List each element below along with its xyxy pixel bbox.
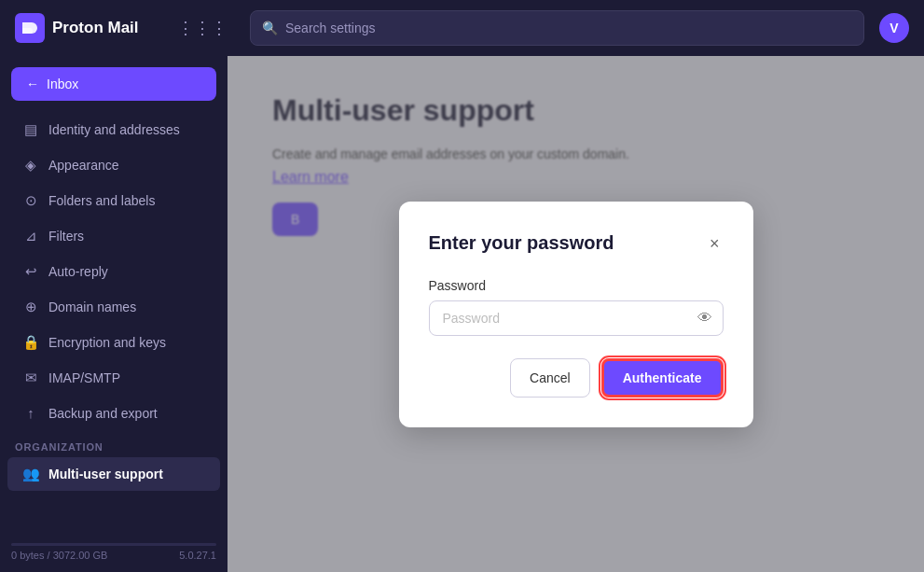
search-icon: 🔍 <box>262 21 278 35</box>
search-input[interactable] <box>285 21 852 35</box>
filters-icon: ⊿ <box>22 228 39 244</box>
backup-icon: ↑ <box>22 405 39 421</box>
search-bar: 🔍 <box>250 10 864 46</box>
imap-icon: ✉ <box>22 370 39 386</box>
org-section-label: ORGANIZATION <box>0 430 228 456</box>
sidebar-item-identity-addresses[interactable]: ▤ Identity and addresses <box>7 113 220 146</box>
storage-usage-text: 0 bytes / 3072.00 GB <box>11 550 107 561</box>
storage-bar-wrapper <box>11 543 216 546</box>
folders-icon: ⊙ <box>22 192 39 209</box>
sidebar-item-folders-labels[interactable]: ⊙ Folders and labels <box>7 184 220 217</box>
appearance-icon: ◈ <box>22 157 39 174</box>
sidebar-item-appearance[interactable]: ◈ Appearance <box>7 148 220 182</box>
modal-actions: Cancel Authenticate <box>429 358 724 398</box>
sidebar: ← Inbox ▤ Identity and addresses ◈ Appea… <box>0 56 228 572</box>
sidebar-item-domain-names[interactable]: ⊕ Domain names <box>7 290 220 324</box>
sidebar-item-filters[interactable]: ⊿ Filters <box>7 219 220 253</box>
sidebar-item-imap-smtp[interactable]: ✉ IMAP/SMTP <box>7 361 220 395</box>
version-text: 5.0.27.1 <box>179 550 216 561</box>
password-label: Password <box>429 278 724 293</box>
lock-icon: 🔒 <box>22 334 39 351</box>
back-arrow-icon: ← <box>26 77 39 91</box>
password-input-wrapper: 👁 <box>429 300 724 336</box>
grid-icon[interactable]: ⋮⋮⋮ <box>170 14 235 42</box>
modal-overlay: Enter your password × Password 👁 Cancel … <box>228 56 924 572</box>
sidebar-item-encryption-keys[interactable]: 🔒 Encryption and keys <box>7 326 220 359</box>
identity-icon: ▤ <box>22 121 39 138</box>
authenticate-button[interactable]: Authenticate <box>601 358 724 398</box>
avatar[interactable]: V <box>879 13 909 43</box>
auto-reply-icon: ↩ <box>22 263 39 280</box>
sidebar-item-backup-export[interactable]: ↑ Backup and export <box>7 397 220 429</box>
modal-close-button[interactable]: × <box>706 231 724 256</box>
main-layout: ← Inbox ▤ Identity and addresses ◈ Appea… <box>0 56 924 572</box>
proton-logo-icon <box>15 13 45 43</box>
password-input[interactable] <box>429 300 724 336</box>
modal-header: Enter your password × <box>429 231 724 256</box>
inbox-button[interactable]: ← Inbox <box>11 67 216 101</box>
show-password-icon[interactable]: 👁 <box>697 310 712 327</box>
sidebar-item-auto-reply[interactable]: ↩ Auto-reply <box>7 255 220 288</box>
content-area: Multi-user support Create and manage ema… <box>228 56 924 572</box>
app-header: Proton Mail ⋮⋮⋮ 🔍 V <box>0 0 924 56</box>
multi-user-icon: 👥 <box>22 466 39 482</box>
sidebar-item-multi-user[interactable]: 👥 Multi-user support <box>7 457 220 491</box>
modal-title: Enter your password <box>429 232 614 254</box>
cancel-button[interactable]: Cancel <box>510 358 590 398</box>
domain-icon: ⊕ <box>22 299 39 315</box>
logo-area: Proton Mail <box>15 13 155 43</box>
password-modal: Enter your password × Password 👁 Cancel … <box>399 202 753 427</box>
app-name: Proton Mail <box>52 19 139 37</box>
